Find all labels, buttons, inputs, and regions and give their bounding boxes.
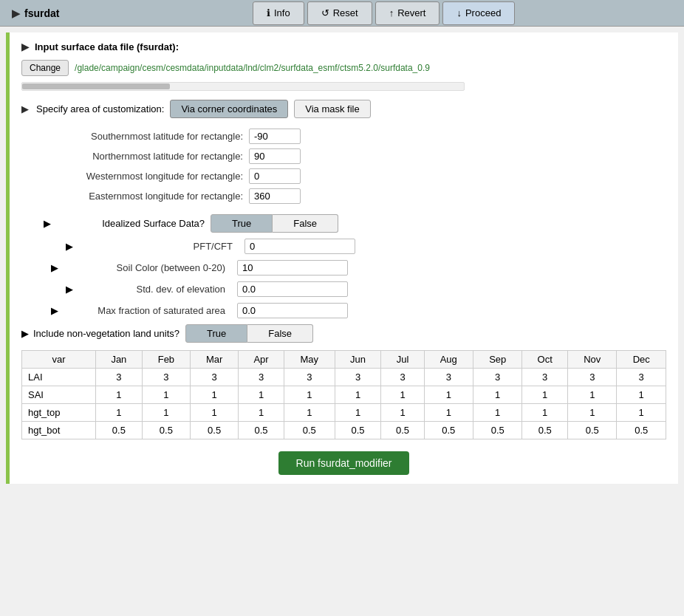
expand-arrow: ▶ <box>12 7 20 19</box>
idealized-false-button[interactable]: False <box>273 214 338 233</box>
max-frac-input[interactable] <box>237 303 348 318</box>
east-lon-row: Easternmost longitude for rectangle: <box>44 188 666 204</box>
cell-value: 1 <box>335 386 381 404</box>
cell-value: 1 <box>424 404 473 422</box>
col-jul: Jul <box>381 351 424 369</box>
file-arrow: ▶ <box>21 41 29 52</box>
col-jun: Jun <box>335 351 381 369</box>
cell-value: 1 <box>381 386 424 404</box>
scrollbar-thumb[interactable] <box>22 83 170 89</box>
cell-value: 3 <box>617 369 666 386</box>
corner-coords-button[interactable]: Via corner coordinates <box>170 100 288 118</box>
pft-cft-input[interactable] <box>244 239 355 254</box>
soil-color-label: Soil Color (between 0-20) <box>70 262 225 273</box>
cell-value: 0.5 <box>191 422 239 439</box>
run-button[interactable]: Run fsurdat_modifier <box>278 451 410 475</box>
nonveg-arrow: ▶ <box>21 328 29 339</box>
include-nonveg-label: Include non-vegetation land units? <box>33 328 179 339</box>
title-text: fsurdat <box>24 7 59 19</box>
section-title: ▶ fsurdat <box>0 0 251 26</box>
idealized-true-button[interactable]: True <box>211 214 273 233</box>
cell-var: hgt_top <box>22 404 96 422</box>
west-lon-row: Westernmost longitude for rectangle: <box>44 168 666 184</box>
max-frac-label: Max fraction of saturated area <box>70 305 225 316</box>
cell-value: 0.5 <box>239 422 284 439</box>
proceed-button[interactable]: ↓ Proceed <box>442 1 515 25</box>
change-button[interactable]: Change <box>21 60 69 76</box>
cell-value: 3 <box>95 369 142 386</box>
idealized-arrow: ▶ <box>44 218 51 229</box>
table-row: hgt_bot0.50.50.50.50.50.50.50.50.50.50.5… <box>22 422 666 439</box>
east-lon-input[interactable] <box>249 188 301 204</box>
cell-value: 1 <box>284 404 335 422</box>
file-path: /glade/campaign/cesm/cesmdata/inputdata/… <box>75 63 430 73</box>
soil-color-input[interactable] <box>237 260 348 276</box>
cell-value: 1 <box>239 386 284 404</box>
cell-value: 1 <box>142 404 190 422</box>
south-lat-row: Southernmost latitude for rectangle: <box>44 129 666 144</box>
file-row: Change /glade/campaign/cesm/cesmdata/inp… <box>21 60 666 76</box>
max-frac-arrow: ▶ <box>51 305 58 316</box>
cell-value: 1 <box>424 386 473 404</box>
col-dec: Dec <box>617 351 666 369</box>
cell-value: 1 <box>568 386 617 404</box>
cell-var: SAI <box>22 386 96 404</box>
cell-value: 3 <box>335 369 381 386</box>
pft-cft-label: PFT/CFT <box>85 241 233 252</box>
cell-value: 1 <box>191 404 239 422</box>
include-nonveg-row: ▶ Include non-vegetation land units? Tru… <box>21 324 666 343</box>
cell-value: 0.5 <box>142 422 190 439</box>
coord-grid: Southernmost latitude for rectangle: Nor… <box>44 129 666 204</box>
col-feb: Feb <box>142 351 190 369</box>
cell-value: 0.5 <box>95 422 142 439</box>
cell-value: 1 <box>95 386 142 404</box>
cell-value: 1 <box>239 404 284 422</box>
soil-arrow: ▶ <box>51 262 58 273</box>
cell-value: 0.5 <box>424 422 473 439</box>
cell-value: 1 <box>522 386 568 404</box>
cell-value: 1 <box>335 404 381 422</box>
customize-arrow: ▶ <box>21 103 29 114</box>
file-section-header: ▶ Input surface data file (fsurdat): <box>21 41 666 52</box>
revert-button[interactable]: ↑ Revert <box>375 1 440 25</box>
std-dev-input[interactable] <box>237 281 348 297</box>
idealized-label: Idealized Surface Data? <box>57 218 205 229</box>
cell-value: 3 <box>284 369 335 386</box>
table-row: hgt_top111111111111 <box>22 404 666 422</box>
data-table: var Jan Feb Mar Apr May Jun Jul Aug Sep … <box>21 350 666 439</box>
proceed-icon: ↓ <box>456 7 462 18</box>
col-apr: Apr <box>239 351 284 369</box>
table-header-row: var Jan Feb Mar Apr May Jun Jul Aug Sep … <box>22 351 666 369</box>
north-lat-row: Northernmost latitude for rectangle: <box>44 148 666 164</box>
customize-row: ▶ Specify area of customization: Via cor… <box>21 100 666 118</box>
south-lat-label: Southernmost latitude for rectangle: <box>44 131 243 142</box>
south-lat-input[interactable] <box>249 129 301 144</box>
cell-value: 0.5 <box>335 422 381 439</box>
east-lon-label: Easternmost longitude for rectangle: <box>44 191 243 202</box>
cell-value: 0.5 <box>473 422 521 439</box>
mask-file-button[interactable]: Via mask file <box>294 100 370 118</box>
nonveg-false-button[interactable]: False <box>247 324 313 343</box>
std-dev-label: Std. dev. of elevation <box>85 284 225 295</box>
col-oct: Oct <box>522 351 568 369</box>
pft-arrow: ▶ <box>66 241 73 252</box>
reset-button[interactable]: ↺ Reset <box>307 1 372 25</box>
col-may: May <box>284 351 335 369</box>
north-lat-input[interactable] <box>249 148 301 164</box>
cell-value: 1 <box>473 404 521 422</box>
cell-value: 3 <box>424 369 473 386</box>
info-button[interactable]: ℹ Info <box>253 1 304 25</box>
cell-value: 1 <box>617 386 666 404</box>
cell-value: 1 <box>284 386 335 404</box>
west-lon-label: Westernmost longitude for rectangle: <box>44 171 243 182</box>
cell-value: 3 <box>142 369 190 386</box>
col-mar: Mar <box>191 351 239 369</box>
north-lat-label: Northernmost latitude for rectangle: <box>44 151 243 162</box>
std-dev-row: ▶ Std. dev. of elevation <box>21 281 666 297</box>
cell-value: 1 <box>142 386 190 404</box>
west-lon-input[interactable] <box>249 168 301 184</box>
nonveg-true-button[interactable]: True <box>185 324 247 343</box>
cell-value: 0.5 <box>381 422 424 439</box>
top-bar: ▶ fsurdat ℹ Info ↺ Reset ↑ Revert ↓ Proc… <box>0 0 684 27</box>
scrollbar-container[interactable] <box>21 82 465 91</box>
